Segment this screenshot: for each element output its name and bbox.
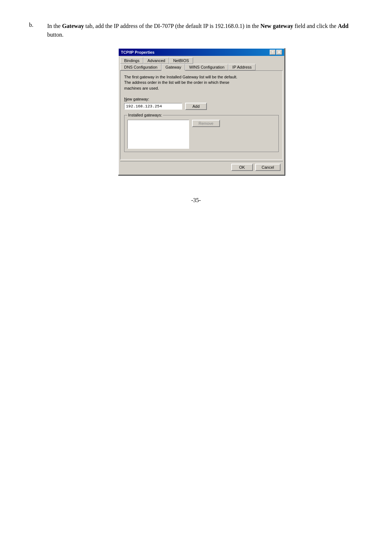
- tab-advanced[interactable]: Advanced: [143, 57, 169, 64]
- installed-gateways-group: Installed gateways: Remove: [124, 115, 279, 152]
- tab-netbios[interactable]: NetBIOS: [169, 57, 193, 64]
- installed-gateways-list[interactable]: [127, 120, 189, 149]
- page-content: b. In the Gateway tab, add the IP addres…: [29, 22, 363, 204]
- tabs-row2: DNS Configuration Gateway WINS Configura…: [119, 64, 284, 70]
- tab-ip-address[interactable]: IP Address: [228, 64, 256, 70]
- dialog-description: The first gateway in the Installed Gatew…: [124, 74, 279, 91]
- new-gateway-label: New gateway:: [124, 97, 279, 101]
- dialog-footer: OK Cancel: [120, 161, 283, 173]
- ok-button[interactable]: OK: [231, 164, 253, 171]
- instruction-item: b. In the Gateway tab, add the IP addres…: [29, 22, 363, 39]
- dialog-wrapper: TCP/IP Properties ? ✕ Bindings Advanced …: [40, 48, 363, 175]
- page-footer: -35-: [29, 197, 363, 204]
- page-number: -35-: [191, 197, 201, 203]
- remove-button[interactable]: Remove: [192, 120, 220, 127]
- help-button[interactable]: ?: [270, 50, 275, 55]
- tabs-row1: Bindings Advanced NetBIOS: [119, 56, 284, 64]
- tcpip-dialog: TCP/IP Properties ? ✕ Bindings Advanced …: [118, 48, 285, 175]
- cancel-button[interactable]: Cancel: [255, 164, 281, 171]
- dialog-body: The first gateway in the Installed Gatew…: [120, 70, 283, 160]
- new-gateway-row: Add: [124, 103, 279, 110]
- tab-dns-configuration[interactable]: DNS Configuration: [120, 64, 162, 70]
- tab-bindings[interactable]: Bindings: [120, 57, 143, 64]
- add-button[interactable]: Add: [185, 103, 207, 110]
- tab-wins-configuration[interactable]: WINS Configuration: [185, 64, 228, 70]
- instruction-text: In the Gateway tab, add the IP address o…: [47, 22, 363, 39]
- titlebar-buttons: ? ✕: [270, 50, 282, 55]
- instruction-label: b.: [29, 22, 40, 39]
- new-gateway-input[interactable]: [124, 103, 182, 110]
- installed-gateways-label: Installed gateways:: [127, 113, 163, 117]
- close-button[interactable]: ✕: [276, 50, 282, 55]
- dialog-title: TCP/IP Properties: [121, 50, 155, 54]
- dialog-titlebar: TCP/IP Properties ? ✕: [119, 49, 284, 56]
- tab-gateway[interactable]: Gateway: [162, 64, 185, 71]
- group-box-inner: Remove: [127, 120, 275, 149]
